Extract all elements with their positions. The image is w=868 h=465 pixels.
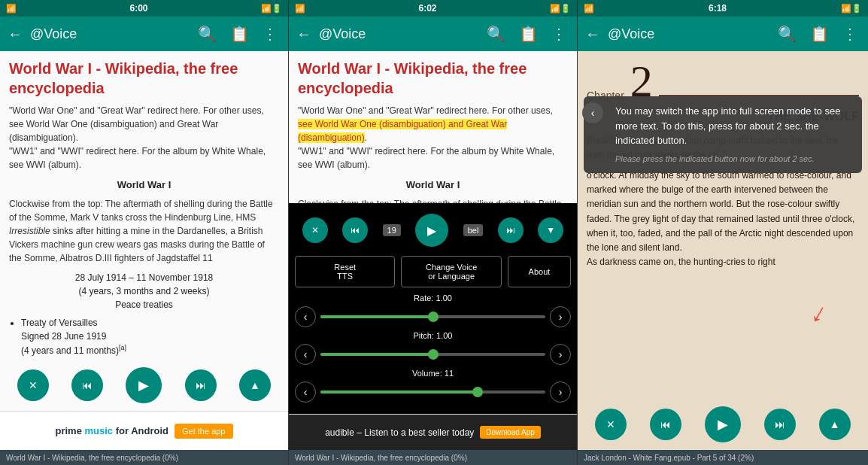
rate-thumb[interactable] xyxy=(428,312,439,322)
tooltip-sub-text: Please press the indicated button now fo… xyxy=(593,153,853,166)
clock-2: 6:02 xyxy=(418,3,436,14)
status-icons-2: 📶🔋 xyxy=(550,4,571,14)
menu-icon-1[interactable]: ⋮ xyxy=(259,22,281,46)
article-title-1: World War I - Wikipedia, the free encycl… xyxy=(9,59,279,98)
search-icon-2[interactable]: 🔍 xyxy=(484,22,508,46)
app-title-1: @Voice xyxy=(30,26,187,42)
status-bottom-3: Jack London - White Fang.epub - Part 5 o… xyxy=(578,450,868,465)
audible-ad-text: audible – Listen to a best seller today xyxy=(325,427,474,438)
volume-label: Volume: 11 xyxy=(295,369,571,378)
stop-button-1[interactable]: ✕ xyxy=(17,369,49,401)
back-button-1[interactable]: ← xyxy=(8,26,23,43)
pitch-thumb[interactable] xyxy=(428,349,439,360)
volume-up-button[interactable]: › xyxy=(550,381,571,403)
pitch-fill xyxy=(320,353,433,356)
share-icon-3[interactable]: 📋 xyxy=(807,22,832,46)
rate-down-button[interactable]: ‹ xyxy=(295,306,316,327)
back-button-3[interactable]: ← xyxy=(585,26,600,43)
ad-banner-2: audible – Listen to a best seller today … xyxy=(289,414,577,450)
forward-button-1[interactable]: ⏭ xyxy=(185,369,217,401)
rewind-button-1[interactable]: ⏮ xyxy=(71,369,103,401)
bottom-bar-1: ✕ ⏮ ▶ ⏭ ▲ xyxy=(0,360,288,411)
volume-slider-container: Volume: 11 ‹ › xyxy=(295,369,571,403)
status-icons-1: 📶🔋 xyxy=(261,4,282,14)
pitch-slider-container: Pitch: 1.00 ‹ › xyxy=(295,331,571,365)
app-bar-3: ← @Voice 🔍 📋 ⋮ xyxy=(578,17,868,51)
section-title-2: World War I xyxy=(298,178,568,193)
reset-tts-button[interactable]: Reset TTS xyxy=(295,256,395,287)
pitch-label: Pitch: 1.00 xyxy=(295,331,571,340)
app-title-2: @Voice xyxy=(319,26,476,42)
status-bottom-2: World War I - Wikipedia, the free encycl… xyxy=(289,450,577,465)
get-app-button-1[interactable]: Get the app xyxy=(175,424,233,439)
about-button[interactable]: About xyxy=(508,256,571,287)
playback-controls-3: ✕ ⏮ ▶ ⏭ ▲ xyxy=(584,403,862,445)
back-button-2[interactable]: ← xyxy=(296,26,311,43)
tts-button-1[interactable]: ▲ xyxy=(239,369,271,401)
app-title-3: @Voice xyxy=(608,26,767,42)
volume-fill xyxy=(320,391,478,394)
forward-button-3[interactable]: ⏭ xyxy=(764,409,796,440)
rate-track[interactable] xyxy=(320,315,545,318)
wifi-icon-3: 📶 xyxy=(584,4,594,14)
stop-button-3[interactable]: ✕ xyxy=(595,409,627,440)
menu-icon-3[interactable]: ⋮ xyxy=(839,22,860,46)
rate-label: Rate: 1.00 xyxy=(295,293,571,302)
book-content: Chapter 2 THE SHE-WOLF Breakfast eaten a… xyxy=(578,51,868,399)
share-icon-1[interactable]: 📋 xyxy=(227,22,252,46)
clock-1: 6:00 xyxy=(129,3,147,14)
play-button-3[interactable]: ▶ xyxy=(705,406,741,442)
app-bar-1: ← @Voice 🔍 📋 ⋮ xyxy=(0,17,288,51)
article-content-2: World War I - Wikipedia, the free encycl… xyxy=(289,51,577,203)
play-button-1[interactable]: ▶ xyxy=(126,367,162,403)
article-intro-2: "World War One" and "Great War" redirect… xyxy=(298,104,568,172)
rate-slider-row: ‹ › xyxy=(295,306,571,327)
tts-button-2[interactable]: ▼ xyxy=(538,217,563,243)
rate-up-button[interactable]: › xyxy=(550,306,571,327)
book-paragraph-3: As darkness came on, the hunting-cries t… xyxy=(587,255,859,269)
status-bar-3: 📶 6:18 📶🔋 xyxy=(578,0,868,17)
rewind-button-2[interactable]: ⏮ xyxy=(342,217,368,243)
app-bar-2: ← @Voice 🔍 📋 ⋮ xyxy=(289,17,577,51)
forward-button-2[interactable]: ⏭ xyxy=(498,217,524,243)
tooltip-main-text: You may switch the app into full screen … xyxy=(593,104,853,148)
stop-button-2[interactable]: ✕ xyxy=(302,217,328,243)
article-content-1: World War I - Wikipedia, the free encycl… xyxy=(0,51,288,360)
article-body-1: Clockwise from the top: The aftermath of… xyxy=(9,197,279,265)
clock-3: 6:18 xyxy=(709,3,727,14)
pitch-slider-row: ‹ › xyxy=(295,344,571,365)
bullet-list-1: Treaty of VersaillesSigned 28 June 1919(… xyxy=(9,316,279,360)
pitch-up-button[interactable]: › xyxy=(550,344,571,365)
arrow-indicator: ↓ xyxy=(803,291,836,336)
pitch-down-button[interactable]: ‹ xyxy=(295,344,316,365)
playback-controls-2: ✕ ⏮ 19 ▶ bel ⏭ ▼ xyxy=(295,211,571,250)
menu-icon-2[interactable]: ⋮ xyxy=(548,22,569,46)
search-icon-3[interactable]: 🔍 xyxy=(775,22,800,46)
dates-block-1: 28 July 1914 – 11 November 1918 (4 years… xyxy=(9,271,279,312)
share-icon-2[interactable]: 📋 xyxy=(516,22,541,46)
wifi-icon: 📶 xyxy=(6,4,17,14)
tts-overlay: ✕ ⏮ 19 ▶ bel ⏭ ▼ Reset TTS Change Voice … xyxy=(289,203,577,414)
book-bottom-bar: ✕ ⏮ ▶ ⏭ ▲ xyxy=(578,399,868,450)
rewind-button-3[interactable]: ⏮ xyxy=(650,409,681,440)
article-body-2: Clockwise from the top: The aftermath of… xyxy=(298,197,568,204)
panel-3: 📶 6:18 📶🔋 ← @Voice 🔍 📋 ⋮ Chapter 2 THE S… xyxy=(578,0,868,465)
volume-thumb[interactable] xyxy=(472,387,483,397)
section-title-1: World War I xyxy=(9,178,279,193)
play-button-2[interactable]: ▶ xyxy=(415,214,448,247)
pitch-track[interactable] xyxy=(320,353,545,356)
rate-slider-container: Rate: 1.00 ‹ › xyxy=(295,293,571,327)
volume-down-button[interactable]: ‹ xyxy=(295,381,316,403)
rate-fill xyxy=(320,315,433,318)
volume-track[interactable] xyxy=(320,391,545,394)
audible-download-btn[interactable]: Download App xyxy=(480,426,541,439)
tts-button-3[interactable]: ▲ xyxy=(819,409,851,440)
tts-controls-row: Reset TTS Change Voice or Language About xyxy=(295,256,571,287)
article-intro-1: "World War One" and "Great War" redirect… xyxy=(9,104,279,172)
search-icon-1[interactable]: 🔍 xyxy=(195,22,220,46)
tooltip-back-btn[interactable]: ‹ xyxy=(582,102,603,123)
change-voice-button[interactable]: Change Voice or Language xyxy=(401,256,501,287)
panel-2: 📶 6:02 📶🔋 ← @Voice 🔍 📋 ⋮ World War I - W… xyxy=(289,0,578,465)
volume-slider-row: ‹ › xyxy=(295,381,571,403)
status-bottom-1: World War I - Wikipedia, the free encycl… xyxy=(0,450,288,465)
